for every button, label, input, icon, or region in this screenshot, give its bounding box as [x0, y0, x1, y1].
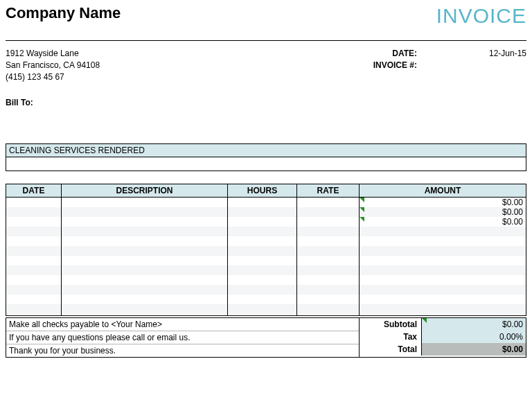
col-rate: RATE: [297, 184, 360, 197]
totals-block: Subtotal $0.00 Tax 0.00% Total $0.00: [360, 318, 526, 357]
footer-line-1: Make all checks payable to <Your Name>: [6, 318, 359, 331]
col-date: DATE: [6, 184, 62, 197]
meta-row: 1912 Wayside Lane San Francisco, CA 9410…: [6, 41, 526, 82]
footer-line-3: Thank you for your business.: [6, 344, 359, 357]
invoice-number-label: INVOICE #:: [373, 60, 417, 71]
formula-indicator-icon: [360, 217, 364, 222]
amount-cell: $0.00: [502, 207, 523, 217]
meta-values: 12-Jun-15: [423, 48, 526, 82]
footer: Make all checks payable to <Your Name> I…: [6, 317, 526, 358]
subtotal-label: Subtotal: [360, 318, 422, 331]
bill-to-label: Bill To:: [6, 98, 526, 107]
subtotal-row: Subtotal $0.00: [360, 318, 526, 331]
total-label: Total: [360, 343, 422, 356]
amount-cell: $0.00: [502, 198, 523, 207]
address-phone: (415) 123 45 67: [6, 71, 100, 83]
col-hours: HOURS: [228, 184, 297, 197]
formula-indicator-icon: [422, 318, 427, 323]
formula-indicator-icon: [360, 207, 364, 212]
col-amount: AMOUNT: [360, 184, 526, 197]
formula-indicator-icon: [360, 198, 364, 202]
section-title: CLEANING SERVICES RENDERED: [6, 143, 526, 157]
company-name: Company Name: [6, 4, 121, 22]
footer-line-2: If you have any questions please call or…: [6, 331, 359, 344]
amount-values: $0.00 $0.00 $0.00: [502, 198, 523, 227]
amount-cell: $0.00: [502, 217, 523, 227]
tax-value: 0.00%: [422, 331, 526, 343]
subtotal-value: $0.00: [422, 318, 526, 331]
header: Company Name INVOICE: [6, 4, 526, 41]
total-value: $0.00: [422, 343, 526, 356]
footer-notes: Make all checks payable to <Your Name> I…: [6, 318, 360, 357]
date-value: 12-Jun-15: [423, 48, 526, 60]
table-header: DATE DESCRIPTION HOURS RATE AMOUNT: [6, 184, 526, 198]
date-label: DATE:: [373, 48, 417, 60]
table-body: $0.00 $0.00 $0.00: [6, 198, 526, 315]
tax-row: Tax 0.00%: [360, 331, 526, 343]
invoice-title: INVOICE: [436, 4, 526, 28]
tax-label: Tax: [360, 331, 422, 343]
col-desc: DESCRIPTION: [62, 184, 228, 197]
section-blank: [6, 157, 526, 171]
address-line1: 1912 Wayside Lane: [6, 48, 100, 60]
line-items-table: DATE DESCRIPTION HOURS RATE AMOUNT $0.00…: [6, 184, 526, 316]
total-row: Total $0.00: [360, 343, 526, 356]
address-block: 1912 Wayside Lane San Francisco, CA 9410…: [6, 48, 100, 82]
meta-labels: DATE: INVOICE #:: [373, 48, 423, 82]
address-line2: San Francisco, CA 94108: [6, 60, 100, 71]
